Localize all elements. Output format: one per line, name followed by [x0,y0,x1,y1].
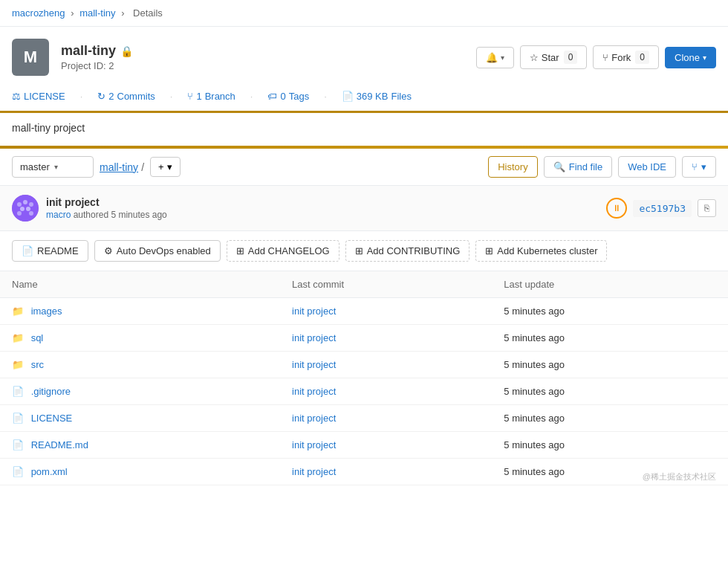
file-updated-cell: 5 minutes ago [492,378,728,405]
clone-chevron-icon: ▾ [703,54,706,62]
svg-point-2 [23,200,27,204]
column-last-commit: Last commit [280,271,492,298]
file-commit-link[interactable]: init project [292,413,336,424]
commit-hash[interactable]: ec5197b3 [633,200,692,217]
svg-point-5 [26,207,30,211]
add-chevron-icon: ▾ [167,161,172,172]
license-label: LICENSE [24,91,65,102]
file-commit-link[interactable]: init project [292,359,336,370]
file-commit-cell: init project [280,378,492,405]
find-file-button[interactable]: 🔍 Find file [544,156,613,178]
file-updated-cell: 5 minutes ago [492,432,728,459]
file-icon: 📄 [12,466,24,477]
breadcrumb-macrozheng[interactable]: macrozheng [12,7,65,19]
star-icon: ☆ [530,52,539,63]
file-icon: 📄 [12,386,24,397]
add-contributing-label: Add CONTRIBUTING [367,245,461,256]
fork-icon: ⑂ [602,52,608,63]
file-name-cell: 📁 images [0,298,280,325]
clone-icon-button[interactable]: ⑂ ▾ [682,156,716,178]
watermark: @稀土掘金技术社区 [643,471,716,482]
project-header: M mall-tiny 🔒 Project ID: 2 🔔 ▾ ☆ Star 0… [0,27,728,85]
add-contributing-button[interactable]: ⊞ Add CONTRIBUTING [345,240,470,262]
file-name-cell: 📁 src [0,352,280,378]
add-changelog-button[interactable]: ⊞ Add CHANGELOG [227,240,339,262]
license-icon: ⚖ [12,91,21,102]
chevron-down-icon: ▾ [501,54,504,62]
file-commit-cell: init project [280,298,492,325]
file-link[interactable]: pom.xml [31,466,68,477]
branch-selector[interactable]: master ▾ [12,156,94,178]
path-navigation: mall-tiny / [100,161,144,173]
file-commit-link[interactable]: init project [292,466,336,477]
clone-fork-icon: ⑂ [692,161,698,172]
add-kubernetes-button[interactable]: ⊞ Add Kubernetes cluster [475,240,607,262]
history-button[interactable]: History [488,156,537,178]
file-commit-link[interactable]: init project [292,332,336,343]
file-commit-cell: init project [280,325,492,352]
branch-link[interactable]: ⑂ 1 Branch [187,91,235,102]
branch-name: master [20,161,50,172]
notifications-button[interactable]: 🔔 ▾ [476,47,514,68]
readme-button[interactable]: 📄 README [12,240,88,262]
file-link[interactable]: README.md [31,439,88,450]
commit-status-icon: ⏸ [606,198,627,219]
files-link[interactable]: 📄 369 KB Files [342,91,412,102]
file-table: Name Last commit Last update 📁 images in… [0,271,728,485]
tags-link[interactable]: 🏷 0 Tags [267,91,309,102]
file-commit-link[interactable]: init project [292,306,336,317]
branch-chevron-icon: ▾ [54,163,58,171]
copy-hash-button[interactable]: ⎘ [698,199,716,217]
table-row: 📄 README.md init project 5 minutes ago [0,432,728,459]
branch-label: Branch [205,91,235,102]
tags-count: 0 [280,91,285,102]
commits-icon: ↻ [97,91,105,102]
svg-point-6 [17,211,22,216]
commits-link[interactable]: ↻ 2 Commits [97,91,155,102]
license-link[interactable]: ⚖ LICENSE [12,91,65,102]
table-row: 📁 src init project 5 minutes ago [0,352,728,378]
file-commit-cell: init project [280,352,492,378]
file-updated-cell: 5 minutes ago [492,405,728,432]
file-link[interactable]: src [31,359,44,370]
commit-right: ⏸ ec5197b3 ⎘ [606,198,716,219]
branch-icon: ⑂ [187,91,193,102]
commits-count: 2 [108,91,114,102]
file-link[interactable]: images [31,306,62,317]
file-link[interactable]: LICENSE [31,413,73,424]
breadcrumb-mall-tiny[interactable]: mall-tiny [79,7,115,19]
path-root-link[interactable]: mall-tiny [100,161,138,173]
action-buttons-row: 📄 README ⚙ Auto DevOps enabled ⊞ Add CHA… [0,231,728,271]
svg-point-4 [20,207,25,211]
column-name: Name [0,271,280,298]
commit-author-link[interactable]: macro [46,210,71,220]
file-commit-link[interactable]: init project [292,386,336,397]
file-name-cell: 📄 pom.xml [0,459,280,485]
table-row: 📄 LICENSE init project 5 minutes ago [0,405,728,432]
table-row: 📁 sql init project 5 minutes ago [0,325,728,352]
fork-button[interactable]: ⑂ Fork 0 [593,45,659,69]
commit-time: 5 minutes ago [111,210,166,220]
plus-icon: + [158,161,164,172]
web-ide-button[interactable]: Web IDE [618,156,676,178]
add-file-button[interactable]: + ▾ [150,157,181,177]
add-kubernetes-label: Add Kubernetes cluster [497,245,597,256]
file-link[interactable]: .gitignore [31,386,71,397]
repo-toolbar: master ▾ mall-tiny / + ▾ History 🔍 Find … [0,149,728,186]
file-link[interactable]: sql [31,332,44,343]
star-button[interactable]: ☆ Star 0 [520,45,588,69]
plus-changelog-icon: ⊞ [236,245,244,256]
commit-authored-text: authored [74,210,111,220]
file-table-container: Name Last commit Last update 📁 images in… [0,271,728,485]
clone-button[interactable]: Clone ▾ [665,47,716,68]
table-header-row: Name Last commit Last update [0,271,728,298]
clone-label: Clone [675,52,700,63]
auto-devops-button[interactable]: ⚙ Auto DevOps enabled [94,240,221,262]
readme-icon: 📄 [22,245,33,256]
toolbar-right: History 🔍 Find file Web IDE ⑂ ▾ [488,156,716,178]
tags-icon: 🏷 [267,91,277,102]
copy-icon: ⎘ [704,203,709,213]
file-commit-link[interactable]: init project [292,439,336,450]
file-icon: 📄 [12,413,24,424]
project-details: mall-tiny 🔒 Project ID: 2 [61,43,133,71]
